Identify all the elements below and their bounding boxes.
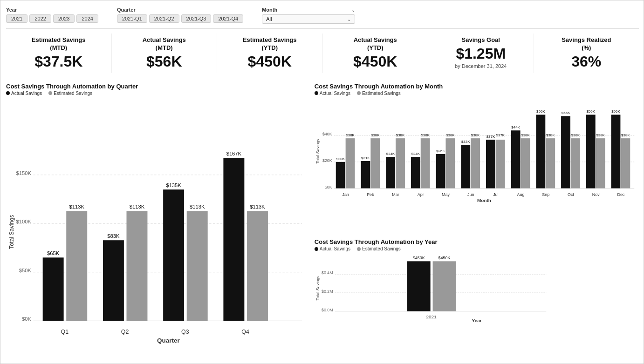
svg-text:$38K: $38K bbox=[421, 133, 430, 137]
aug-est-bar bbox=[521, 138, 530, 188]
svg-text:$0K: $0K bbox=[325, 184, 332, 189]
svg-text:Month: Month bbox=[477, 198, 491, 203]
svg-text:May: May bbox=[442, 192, 450, 197]
yearly-legend-estimated-label: Estimated Savings bbox=[362, 246, 401, 251]
quarterly-legend-actual-label: Actual Savings bbox=[11, 91, 42, 96]
quarterly-chart-svg-wrap: Total Savings $0K $50K $100K $150K $65K bbox=[6, 98, 310, 361]
kpi-savings-goal-title: Savings Goal bbox=[432, 36, 530, 44]
kpi-savings-goal-sub: by December 31, 2024 bbox=[432, 63, 530, 69]
kpi-estimated-ytd-title: Estimated Savings(YTD) bbox=[221, 36, 319, 52]
svg-text:$55K: $55K bbox=[562, 111, 570, 115]
svg-text:$0K: $0K bbox=[22, 316, 31, 322]
svg-text:$56K: $56K bbox=[536, 109, 545, 114]
kpi-savings-goal: Savings Goal $1.25M by December 31, 2024 bbox=[428, 34, 534, 73]
may-actual-bar bbox=[436, 154, 445, 189]
kpi-savings-realized-title: Savings Realized(%) bbox=[538, 36, 636, 52]
svg-text:Sep: Sep bbox=[542, 192, 549, 197]
monthly-actual-dot-icon bbox=[315, 91, 318, 95]
svg-text:$38K: $38K bbox=[571, 133, 580, 137]
svg-text:$40K: $40K bbox=[322, 132, 332, 136]
dec-actual-bar bbox=[611, 115, 620, 188]
svg-text:$20K: $20K bbox=[336, 157, 345, 161]
monthly-legend-actual: Actual Savings bbox=[315, 91, 350, 96]
quarter-pill-q4[interactable]: 2021-Q4 bbox=[213, 14, 243, 23]
q2-estimated-bar bbox=[126, 211, 147, 321]
dec-est-bar bbox=[621, 138, 630, 188]
quarterly-chart-svg: Total Savings $0K $50K $100K $150K $65K bbox=[6, 98, 310, 361]
kpi-estimated-mtd: Estimated Savings(MTD) $37.5K bbox=[6, 34, 112, 73]
kpi-estimated-mtd-title: Estimated Savings(MTD) bbox=[10, 36, 108, 52]
year-pill-2022[interactable]: 2022 bbox=[29, 14, 51, 23]
year2021-est-bar bbox=[432, 262, 456, 311]
kpi-savings-realized-value: 36% bbox=[538, 53, 636, 70]
aug-actual-bar bbox=[511, 130, 521, 188]
quarter-pill-q3[interactable]: 2021-Q3 bbox=[181, 14, 212, 23]
kpi-actual-ytd-title: Actual Savings(YTD) bbox=[327, 36, 425, 52]
actual-dot-icon bbox=[6, 91, 10, 95]
apr-actual-bar bbox=[411, 157, 420, 189]
svg-text:$20K: $20K bbox=[322, 158, 332, 163]
svg-text:Mar: Mar bbox=[392, 192, 399, 197]
quarter-pill-q2[interactable]: 2021-Q2 bbox=[149, 14, 179, 23]
quarter-pill-q1[interactable]: 2021-Q1 bbox=[117, 14, 147, 23]
yearly-estimated-dot-icon bbox=[357, 247, 361, 251]
kpi-estimated-ytd-value: $450K bbox=[221, 53, 319, 70]
quarterly-chart-section: Cost Savings Through Automation by Quart… bbox=[6, 83, 310, 361]
mar-actual-bar bbox=[386, 157, 395, 189]
month-dropdown[interactable]: All ⌄ bbox=[262, 14, 355, 24]
svg-text:$113K: $113K bbox=[190, 203, 205, 209]
svg-text:$113K: $113K bbox=[69, 203, 84, 209]
kpi-savings-goal-value: $1.25M bbox=[432, 45, 530, 62]
jul-actual-bar bbox=[486, 140, 495, 188]
apr-est-bar bbox=[421, 138, 430, 188]
feb-est-bar bbox=[370, 138, 380, 188]
svg-text:$38K: $38K bbox=[471, 133, 480, 137]
svg-text:Jun: Jun bbox=[467, 192, 474, 197]
quarter-filter: Quarter 2021-Q1 2021-Q2 2021-Q3 2021-Q4 bbox=[117, 7, 243, 23]
jul-est-bar bbox=[496, 140, 505, 188]
svg-text:$150K: $150K bbox=[16, 170, 31, 176]
svg-text:$38K: $38K bbox=[546, 133, 555, 137]
svg-text:$38K: $38K bbox=[621, 133, 630, 137]
yearly-actual-dot-icon bbox=[315, 247, 318, 251]
quarterly-legend: Actual Savings Estimated Savings bbox=[6, 91, 310, 96]
svg-text:$65K: $65K bbox=[47, 250, 60, 256]
kpi-actual-mtd: Actual Savings(MTD) $56K bbox=[112, 34, 218, 73]
yearly-chart-section: Cost Savings Through Automation by Year … bbox=[315, 238, 639, 361]
svg-text:Year: Year bbox=[472, 318, 481, 323]
filter-bar: Year 2021 2022 2023 2024 Quarter 2021-Q1… bbox=[6, 4, 639, 29]
dashboard: Year 2021 2022 2023 2024 Quarter 2021-Q1… bbox=[0, 0, 644, 364]
month-filter: Month ⌄ All ⌄ bbox=[262, 7, 355, 24]
svg-text:Jan: Jan bbox=[342, 192, 349, 197]
yearly-chart-title: Cost Savings Through Automation by Year bbox=[315, 238, 639, 245]
svg-text:Quarter: Quarter bbox=[157, 337, 180, 344]
svg-text:$26K: $26K bbox=[436, 149, 445, 153]
quarterly-legend-estimated-label: Estimated Savings bbox=[54, 91, 92, 96]
q4-actual-bar bbox=[223, 158, 244, 321]
jan-est-bar bbox=[345, 138, 355, 188]
year-pill-2024[interactable]: 2024 bbox=[76, 14, 98, 23]
q3-actual-bar bbox=[163, 189, 184, 321]
nov-est-bar bbox=[596, 138, 605, 188]
quarterly-legend-estimated: Estimated Savings bbox=[48, 91, 92, 96]
monthly-legend-estimated-label: Estimated Savings bbox=[362, 91, 401, 96]
month-chevron-icon: ⌄ bbox=[347, 17, 351, 22]
year-pill-2021[interactable]: 2021 bbox=[6, 14, 27, 23]
svg-text:$56K: $56K bbox=[611, 109, 620, 114]
yearly-legend-actual-label: Actual Savings bbox=[320, 246, 350, 251]
oct-est-bar bbox=[571, 138, 580, 188]
svg-text:$450K: $450K bbox=[438, 256, 450, 261]
svg-text:$37K: $37K bbox=[496, 133, 505, 137]
kpi-row: Estimated Savings(MTD) $37.5K Actual Sav… bbox=[6, 34, 639, 78]
monthly-legend-actual-label: Actual Savings bbox=[320, 91, 350, 96]
right-charts: Cost Savings Through Automation by Month… bbox=[315, 83, 639, 361]
nov-actual-bar bbox=[586, 115, 596, 188]
year-pill-2023[interactable]: 2023 bbox=[53, 14, 75, 23]
svg-text:Feb: Feb bbox=[367, 192, 374, 197]
svg-text:$33K: $33K bbox=[461, 140, 470, 144]
quarter-pills: 2021-Q1 2021-Q2 2021-Q3 2021-Q4 bbox=[117, 14, 243, 23]
yearly-legend-estimated: Estimated Savings bbox=[357, 246, 401, 251]
kpi-actual-mtd-title: Actual Savings(MTD) bbox=[116, 36, 213, 52]
month-label: Month bbox=[262, 7, 277, 13]
jun-est-bar bbox=[471, 138, 480, 188]
